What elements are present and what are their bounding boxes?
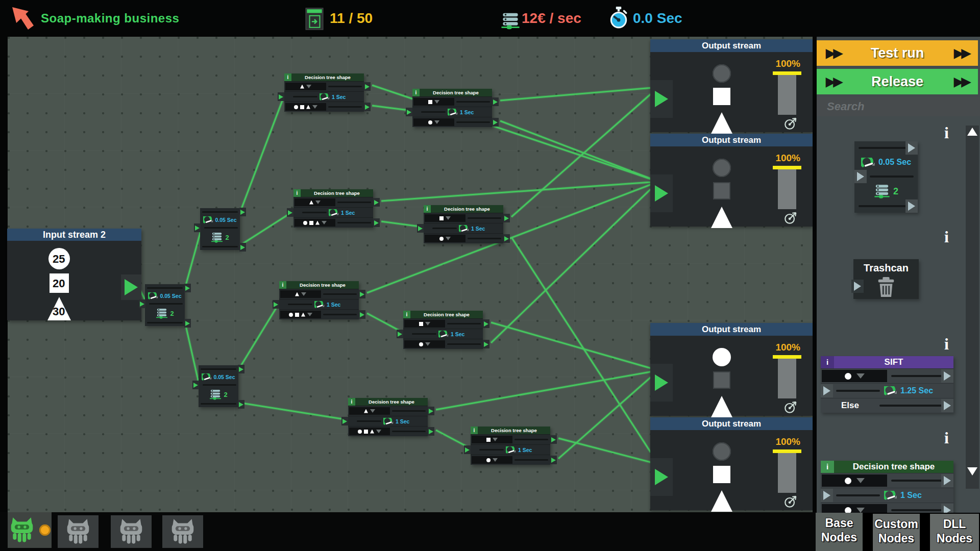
slider[interactable] [479,449,504,450]
slider[interactable] [468,238,501,239]
decision-node[interactable]: iDecision tree shape1 Sec [403,311,483,349]
slider[interactable] [323,314,357,315]
slider[interactable] [147,322,183,323]
output-port[interactable] [492,118,499,127]
slider[interactable] [468,217,501,219]
info-icon[interactable]: i [944,124,949,141]
back-arrow-icon[interactable] [10,6,35,31]
info-icon[interactable]: i [944,229,949,245]
input-port[interactable] [464,445,471,454]
palette-decision-node[interactable]: i Decision tree shape 1 Sec [821,461,953,517]
release-button[interactable]: ▶▶ Release ▶▶ [817,69,978,94]
slider[interactable] [879,405,949,407]
info-icon[interactable]: i [403,311,410,318]
output-port[interactable] [905,141,918,155]
output-port[interactable] [359,310,365,319]
slider[interactable] [328,86,362,87]
shape-select[interactable] [280,311,321,318]
input-port[interactable] [341,417,348,425]
output-port[interactable] [184,319,191,328]
slider[interactable] [836,390,880,392]
shape-select[interactable] [285,83,326,90]
shape-select[interactable] [404,320,445,328]
shape-select[interactable] [413,118,454,126]
output-stream-node[interactable]: Output stream100% [650,323,813,416]
decision-node[interactable]: iDecision tree shape1 Sec [279,281,359,319]
cat-slot[interactable] [58,515,99,548]
output-stream-node[interactable]: Output stream100% [650,134,813,227]
tab-base-nodes[interactable]: Base Nodes [816,513,863,551]
slider[interactable] [412,333,436,335]
output-port[interactable] [492,97,499,106]
output-port[interactable] [483,319,489,328]
slider[interactable] [836,494,880,496]
info-icon[interactable]: i [279,281,286,289]
slider[interactable] [201,368,236,370]
server-node[interactable]: 0.05 Sec2 [199,365,238,407]
slider[interactable] [149,303,183,305]
input-port[interactable] [397,330,403,338]
decision-node[interactable]: iDecision tree shape1 Sec [424,205,503,243]
info-icon[interactable]: i [944,336,949,352]
slider[interactable] [447,323,481,324]
output-port[interactable] [941,399,953,412]
shape-select[interactable] [472,456,512,464]
info-icon[interactable]: i [284,73,291,81]
input-port[interactable] [650,458,673,496]
output-port[interactable] [373,198,380,207]
slider[interactable] [357,420,381,422]
shape-select[interactable] [822,474,887,487]
server-node[interactable]: 0.05 Sec2 [200,208,240,250]
output-stream-node[interactable]: Output stream100% [650,39,813,132]
output-port[interactable] [364,82,371,91]
slider[interactable] [514,439,548,440]
output-port[interactable] [364,103,371,111]
palette-scrollbar[interactable] [966,126,979,489]
scroll-down-icon[interactable] [967,467,977,475]
info-icon[interactable]: i [821,356,834,368]
slider[interactable] [201,403,236,405]
input-port[interactable] [139,299,145,308]
output-port[interactable] [483,340,489,348]
tab-custom-nodes[interactable]: Custom Nodes [873,514,920,551]
shape-select[interactable] [425,235,465,242]
input-port[interactable] [821,489,833,502]
input-port[interactable] [273,300,279,309]
output-port[interactable] [428,407,434,415]
input-port[interactable] [821,384,833,397]
output-port[interactable] [905,199,918,213]
output-port[interactable] [238,400,244,409]
output-port[interactable] [239,243,246,252]
slider[interactable] [147,287,183,289]
input-port[interactable] [650,364,673,402]
shape-select[interactable] [285,103,326,111]
slider[interactable] [203,384,236,386]
shape-select[interactable] [349,428,390,435]
tab-dll-nodes[interactable]: DLL Nodes [930,514,979,551]
slider[interactable] [432,228,457,229]
output-port[interactable] [239,208,246,216]
scroll-up-icon[interactable] [967,128,977,136]
input-port[interactable] [406,108,412,116]
input-port[interactable] [650,174,673,212]
input-port[interactable] [278,92,284,101]
output-port[interactable] [941,369,953,383]
slider[interactable] [421,111,446,113]
server-node[interactable]: 0.05 Sec2 [145,284,185,326]
slider[interactable] [323,293,357,295]
slider[interactable] [204,227,238,229]
slider[interactable] [514,459,548,461]
slider[interactable] [891,509,949,511]
shape-select[interactable] [404,340,445,348]
shape-select[interactable] [295,219,335,227]
input-port[interactable] [650,80,673,118]
test-run-button[interactable]: ▶▶ Test run ▶▶ [817,40,978,66]
output-port[interactable] [550,456,557,464]
input-port[interactable] [851,280,864,293]
shape-select[interactable] [822,370,887,382]
slider[interactable] [337,222,371,223]
palette-sift-node[interactable]: i SIFT 1.25 Sec [821,356,953,413]
slider[interactable] [447,343,481,345]
search-input[interactable] [817,97,980,116]
shape-select[interactable] [472,436,512,443]
